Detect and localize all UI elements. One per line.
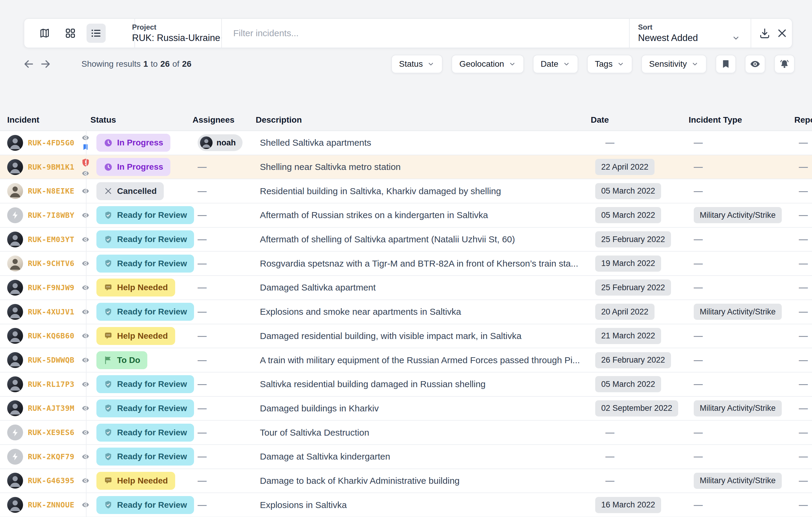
eye-icon[interactable] <box>81 187 90 195</box>
empty-value: — <box>799 258 808 268</box>
table-row[interactable]: RUK-ZNNOUE Ready for Review — Explosions… <box>0 493 812 517</box>
column-header-repo[interactable]: Repo <box>794 110 812 130</box>
eye-icon[interactable] <box>81 236 90 243</box>
eye-icon[interactable] <box>81 501 90 509</box>
incident-id-link[interactable]: RUK-AJT39M <box>28 404 75 413</box>
shield-check-icon <box>104 307 113 316</box>
incident-description: Aftermath of Russian strikes on a kinder… <box>260 210 488 220</box>
date-pill: 19 March 2022 <box>595 255 661 272</box>
status-cell: Ready for Review <box>96 496 194 514</box>
status-cell: Ready for Review <box>96 448 194 465</box>
table-row[interactable]: RUK-5DWWQB To Do — A train with military… <box>0 348 812 372</box>
sort-label: Sort <box>638 23 741 31</box>
eye-icon[interactable] <box>81 404 90 412</box>
table-row[interactable]: RUK-KQ6B60 Help Needed — Damaged residen… <box>0 324 812 348</box>
assignee-chip[interactable]: noah <box>198 134 242 151</box>
table-row[interactable]: RUK-F9NJW9 Help Needed — Damaged Saltivk… <box>0 276 812 300</box>
next-page-button[interactable] <box>37 56 54 72</box>
repo-cell: — <box>799 428 808 438</box>
table-row[interactable]: RUK-N8EIKE Cancelled — Residential build… <box>0 179 812 204</box>
eye-icon[interactable] <box>81 356 90 364</box>
bookmarked-filter-button[interactable] <box>716 55 736 73</box>
filter-dropdown-status[interactable]: Status <box>391 55 442 73</box>
eye-icon[interactable] <box>81 453 90 460</box>
eye-icon[interactable] <box>81 212 90 219</box>
incident-id-link[interactable]: RUK-4FD5G0 <box>28 139 75 147</box>
eye-icon[interactable] <box>81 308 90 316</box>
incident-type-cell: Military Activity/Strike <box>694 400 782 417</box>
eye-icon[interactable] <box>81 170 90 177</box>
column-header-assignees[interactable]: Assignees <box>193 110 234 130</box>
empty-value: — <box>799 331 808 341</box>
map-view-button[interactable] <box>35 24 54 43</box>
eye-icon[interactable] <box>81 381 90 388</box>
table-row[interactable]: RUK-9BM1K1 In Progress — Shelling near S… <box>0 155 812 180</box>
eye-icon[interactable] <box>81 332 90 340</box>
eye-icon[interactable] <box>81 284 90 292</box>
incident-id-link[interactable]: RUK-KQ6B60 <box>28 332 75 340</box>
filter-dropdown-geolocation[interactable]: Geolocation <box>452 55 524 73</box>
incident-avatar <box>7 207 23 223</box>
column-header-incident[interactable]: Incident <box>7 110 39 130</box>
empty-value: — <box>198 500 207 510</box>
filter-incidents-input[interactable] <box>226 19 624 48</box>
table-row[interactable]: RUK-7I8WBY Ready for Review — Aftermath … <box>0 204 812 228</box>
table-row[interactable]: RUK-9CHTV6 Ready for Review — Rosgvardia… <box>0 252 812 276</box>
empty-value: — <box>799 162 808 172</box>
status-label: Ready for Review <box>117 379 187 389</box>
incident-avatar <box>7 135 23 151</box>
eye-icon[interactable] <box>81 260 90 267</box>
table-row[interactable]: RUK-4FD5G0 In Progress noah Shelled Salt… <box>0 131 812 155</box>
table-row[interactable]: RUK-4XUJV1 Ready for Review — Explosions… <box>0 300 812 324</box>
date-pill: 05 March 2022 <box>595 183 661 199</box>
close-icon <box>776 27 788 39</box>
incident-id-link[interactable]: RUK-9BM1K1 <box>28 163 75 172</box>
incident-type-cell: — <box>694 452 703 462</box>
project-selector[interactable]: Project RUK: Russia-Ukraine <box>124 19 223 48</box>
person-icon <box>7 280 23 296</box>
previous-page-button[interactable] <box>20 56 37 72</box>
visibility-filter-button[interactable] <box>745 55 765 73</box>
incident-id-link[interactable]: RUK-RL17P3 <box>28 380 75 389</box>
list-view-button[interactable] <box>87 24 106 43</box>
filter-dropdown-sensitivity[interactable]: Sensitivity <box>641 55 706 73</box>
incident-cell: RUK-XE9ES6 <box>7 421 90 444</box>
status-label: Help Needed <box>117 331 168 341</box>
close-button[interactable] <box>771 19 793 48</box>
table-row[interactable]: RUK-XE9ES6 Ready for Review — Tour of Sa… <box>0 421 812 445</box>
column-header-date[interactable]: Date <box>591 110 609 130</box>
incident-id-link[interactable]: RUK-5DWWQB <box>28 356 75 364</box>
incident-id-link[interactable]: RUK-EM03YT <box>28 235 75 244</box>
incident-id-link[interactable]: RUK-G46395 <box>28 476 75 485</box>
incident-id-link[interactable]: RUK-7I8WBY <box>28 211 75 220</box>
empty-value: — <box>198 452 207 461</box>
table-row[interactable]: RUK-RL17P3 Ready for Review — Saltivka r… <box>0 372 812 397</box>
eye-icon[interactable] <box>81 134 90 142</box>
eye-icon[interactable] <box>81 429 90 436</box>
table-row[interactable]: RUK-EM03YT Ready for Review — Aftermath … <box>0 228 812 252</box>
incident-id-link[interactable]: RUK-4XUJV1 <box>28 308 75 316</box>
notifications-filter-button[interactable] <box>774 55 795 73</box>
grid-view-button[interactable] <box>61 24 80 43</box>
incident-id-link[interactable]: RUK-9CHTV6 <box>28 259 75 268</box>
sort-selector[interactable]: Sort Newest Added <box>630 19 741 48</box>
incident-type-cell: — <box>694 162 703 172</box>
empty-value: — <box>198 428 207 437</box>
filter-dropdown-tags[interactable]: Tags <box>587 55 632 73</box>
column-header-incident-type[interactable]: Incident Type <box>689 110 742 130</box>
column-header-status[interactable]: Status <box>90 110 116 130</box>
divider <box>751 19 751 48</box>
incident-avatar <box>7 376 23 392</box>
incident-id-link[interactable]: RUK-F9NJW9 <box>28 283 75 292</box>
filter-dropdown-date[interactable]: Date <box>533 55 578 73</box>
table-row[interactable]: RUK-G46395 Help Needed — Damage to back … <box>0 469 812 493</box>
incident-id-link[interactable]: RUK-N8EIKE <box>28 187 75 195</box>
incident-id-link[interactable]: RUK-ZNNOUE <box>28 500 75 509</box>
incident-avatar <box>7 304 23 320</box>
table-row[interactable]: RUK-AJT39M Ready for Review — Damaged bu… <box>0 397 812 421</box>
table-row[interactable]: RUK-2KQF79 Ready for Review — Damage at … <box>0 445 812 469</box>
incident-id-link[interactable]: RUK-2KQF79 <box>28 452 75 461</box>
eye-icon[interactable] <box>81 477 90 484</box>
column-header-description[interactable]: Description <box>256 110 302 130</box>
incident-id-link[interactable]: RUK-XE9ES6 <box>28 428 75 437</box>
